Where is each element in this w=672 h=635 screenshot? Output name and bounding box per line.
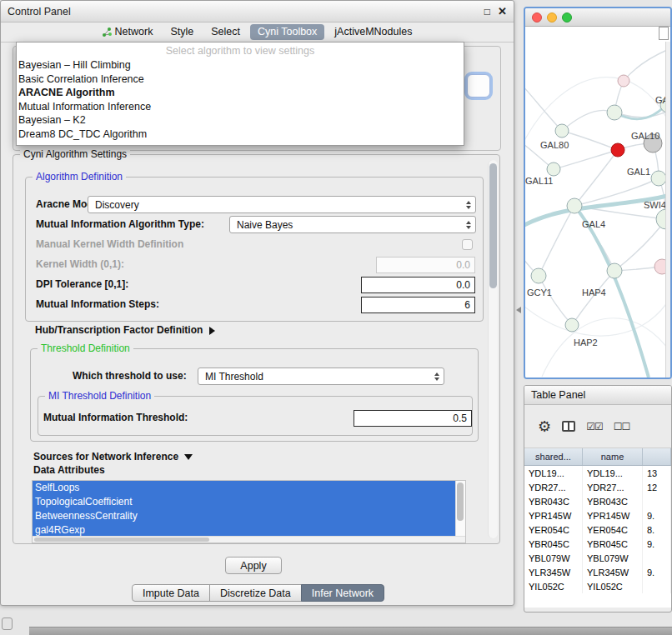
tab-impute-data[interactable]: Impute Data bbox=[132, 584, 210, 602]
tab-discretize-data[interactable]: Discretize Data bbox=[209, 584, 302, 602]
mi-steps-field[interactable]: 6 bbox=[361, 297, 475, 313]
table-cell: YLR345W bbox=[524, 565, 583, 579]
kernel-width-field[interactable]: 0.0 bbox=[376, 257, 475, 273]
threshold-definition-title: Threshold Definition bbox=[38, 342, 133, 354]
close-window-icon[interactable] bbox=[532, 12, 542, 22]
table-cell bbox=[643, 579, 671, 593]
tab-select[interactable]: Select bbox=[203, 24, 248, 40]
network-graph: GAL80GAL10GAL11GAL1SWI4GAL4GCY1HAP4HAP2G… bbox=[525, 27, 670, 378]
table-cell: YBR043C bbox=[524, 494, 583, 508]
algorithm-option[interactable]: ARACNE Algorithm bbox=[17, 86, 464, 100]
table-row[interactable]: YIL052CYIL052C bbox=[524, 579, 671, 593]
network-node[interactable] bbox=[565, 318, 579, 332]
table-header-row: shared... name bbox=[524, 448, 671, 466]
zoom-window-icon[interactable] bbox=[562, 12, 572, 22]
table-cell: YLR345W bbox=[583, 565, 643, 579]
apply-button[interactable]: Apply bbox=[225, 557, 282, 574]
hub-definition-toggle[interactable]: Hub/Transcription Factor Definition bbox=[35, 322, 215, 339]
table-body: YDL19...YDL19...13YDR27...YDR27...12YBR0… bbox=[524, 466, 671, 608]
tab-infer-network[interactable]: Infer Network bbox=[301, 584, 384, 602]
gear-icon[interactable]: ⚙ bbox=[538, 419, 551, 434]
algorithm-option[interactable]: Mutual Information Inference bbox=[17, 100, 464, 114]
network-edge bbox=[562, 131, 618, 150]
attribute-item[interactable]: BetweennessCentrality bbox=[33, 509, 455, 523]
table-row[interactable]: YBR045CYBR045C9. bbox=[524, 537, 671, 551]
tab-network[interactable]: Network bbox=[95, 24, 161, 40]
table-row[interactable]: YDR27...YDR27...12 bbox=[524, 480, 671, 494]
minimize-window-icon[interactable] bbox=[547, 12, 557, 22]
tab-cyni-toolbox[interactable]: Cyni Toolbox bbox=[250, 24, 324, 40]
network-vscrollbar[interactable] bbox=[665, 42, 670, 378]
table-row[interactable]: YER054CYER054C8. bbox=[524, 522, 671, 537]
network-canvas[interactable]: GAL80GAL10GAL11GAL1SWI4GAL4GCY1HAP4HAP2G… bbox=[525, 27, 670, 378]
mi-threshold-group-title: MI Threshold Definition bbox=[45, 390, 154, 402]
mi-algorithm-type-combo[interactable]: Naive Bayes bbox=[229, 216, 476, 233]
column-header-extra[interactable] bbox=[643, 448, 671, 465]
network-node[interactable] bbox=[618, 75, 629, 87]
network-node[interactable] bbox=[651, 171, 666, 186]
column-header-name[interactable]: name bbox=[583, 448, 643, 465]
node-label: GAL1 bbox=[627, 167, 650, 177]
select-all-icon[interactable]: ☑☑ bbox=[586, 421, 603, 432]
aracne-mode-combo[interactable]: Discovery bbox=[88, 196, 476, 213]
panel-divider-arrow-icon[interactable] bbox=[516, 307, 521, 313]
network-view-window: GAL80GAL10GAL11GAL1SWI4GAL4GCY1HAP4HAP2G… bbox=[524, 7, 672, 379]
mi-threshold-field[interactable]: 0.5 bbox=[354, 410, 472, 427]
algorithm-option[interactable]: Dream8 DC_TDC Algorithm bbox=[17, 128, 464, 142]
control-panel-titlebar: Control Panel □ ✕ bbox=[1, 1, 514, 22]
hub-definition-label: Hub/Transcription Factor Definition bbox=[35, 322, 203, 339]
attribute-item[interactable]: SelfLoops bbox=[33, 481, 455, 495]
attribute-list-vscrollbar[interactable] bbox=[455, 481, 465, 537]
algorithm-option[interactable]: Bayesian – K2 bbox=[17, 113, 464, 128]
table-cell: YDR27... bbox=[583, 480, 643, 494]
network-node[interactable] bbox=[607, 105, 622, 120]
tab-jactivemnodules[interactable]: jActiveMNodules bbox=[327, 24, 419, 40]
float-panel-icon[interactable]: □ bbox=[484, 7, 490, 17]
deselect-all-icon[interactable]: ☐☐ bbox=[614, 421, 630, 432]
scrollbar-thumb[interactable] bbox=[457, 482, 464, 521]
which-threshold-combo[interactable]: MI Threshold bbox=[198, 368, 444, 385]
dpi-tolerance-label: DPI Tolerance [0,1]: bbox=[36, 276, 128, 293]
scrollbar-thumb[interactable] bbox=[34, 538, 209, 542]
attribute-item[interactable]: TopologicalCoefficient bbox=[33, 495, 455, 509]
network-node[interactable] bbox=[531, 268, 546, 283]
network-node[interactable] bbox=[567, 198, 582, 213]
table-cell: YDL19... bbox=[524, 466, 583, 480]
close-icon[interactable]: ✕ bbox=[498, 6, 507, 17]
algorithm-placeholder-option[interactable]: Select algorithm to view settings bbox=[17, 44, 464, 58]
table-row[interactable]: YBL079WYBL079W bbox=[524, 551, 671, 565]
which-threshold-value: MI Threshold bbox=[205, 371, 263, 382]
network-node[interactable] bbox=[547, 162, 560, 176]
table-row[interactable]: YDL19...YDL19...13 bbox=[524, 466, 671, 480]
tab-style[interactable]: Style bbox=[163, 24, 201, 40]
column-header-shared-name[interactable]: shared... bbox=[524, 448, 583, 465]
columns-icon[interactable] bbox=[562, 421, 575, 432]
algorithm-option[interactable]: Bayesian – Hill Climbing bbox=[17, 58, 464, 72]
which-threshold-label: Which threshold to use: bbox=[73, 368, 187, 385]
settings-vscrollbar[interactable] bbox=[488, 160, 498, 538]
table-cell: YBL079W bbox=[583, 551, 643, 565]
network-node[interactable] bbox=[611, 143, 624, 157]
table-row[interactable]: YBR043CYBR043C bbox=[524, 494, 671, 508]
manual-kernel-width-checkbox[interactable] bbox=[462, 239, 473, 250]
collapsed-panel-icon[interactable] bbox=[2, 618, 13, 630]
control-panel-title: Control Panel bbox=[8, 6, 71, 18]
algorithm-option[interactable]: Basic Correlation Inference bbox=[17, 72, 464, 87]
table-panel-window: Table Panel ⚙ ☑☑ ☐☐ shared... name YDL19… bbox=[524, 385, 672, 612]
collapsed-right-arrow-icon bbox=[209, 327, 215, 335]
network-node[interactable] bbox=[555, 124, 569, 138]
table-cell: YDL19... bbox=[583, 466, 643, 480]
mi-threshold-label: Mutual Information Threshold: bbox=[43, 409, 188, 427]
canvas-corner-widget[interactable] bbox=[659, 27, 669, 40]
table-cell: YER054C bbox=[583, 522, 643, 537]
help-button[interactable] bbox=[467, 74, 490, 98]
table-row[interactable]: YLR345WYLR345W9. bbox=[524, 565, 671, 579]
table-panel-toolbar: ⚙ ☑☑ ☐☐ bbox=[524, 405, 671, 448]
combo-spinner-icon bbox=[466, 201, 471, 209]
table-cell: YBL079W bbox=[524, 551, 583, 565]
table-row[interactable]: YPR145WYPR145W9. bbox=[524, 508, 671, 522]
network-node[interactable] bbox=[607, 263, 622, 278]
attribute-list-hscrollbar[interactable] bbox=[33, 536, 465, 542]
dpi-tolerance-field[interactable]: 0.0 bbox=[361, 277, 475, 293]
scrollbar-thumb[interactable] bbox=[489, 163, 497, 288]
